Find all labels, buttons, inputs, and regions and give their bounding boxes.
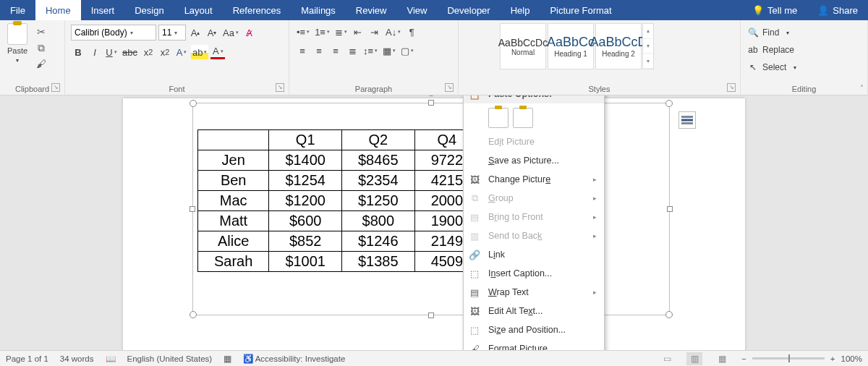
- status-words[interactable]: 34 words: [60, 354, 94, 363]
- borders-button[interactable]: ▢: [399, 43, 415, 58]
- layout-options-button[interactable]: [678, 111, 696, 129]
- resize-handle-nw[interactable]: [190, 100, 197, 107]
- tab-layout[interactable]: Layout: [174, 0, 223, 20]
- tab-view[interactable]: View: [396, 0, 437, 20]
- style-normal[interactable]: AaBbCcDcNormal: [500, 23, 546, 69]
- resize-handle-ne[interactable]: [665, 100, 673, 107]
- rotate-handle[interactable]: [425, 95, 437, 96]
- clear-formatting-button[interactable]: A̷: [242, 25, 257, 40]
- ctx-send-to-back: ▥Send to Back▸: [464, 226, 604, 245]
- find-button[interactable]: 🔍Find▾: [745, 25, 799, 41]
- tab-help[interactable]: Help: [501, 0, 540, 20]
- tell-me[interactable]: 💡Tell me: [742, 0, 807, 20]
- resize-handle-w[interactable]: [190, 206, 195, 212]
- line-spacing-button[interactable]: ↕≡: [362, 43, 379, 58]
- ctx-save-as-picture[interactable]: Save as Picture...: [464, 151, 604, 170]
- strikethrough-button[interactable]: abc: [121, 45, 139, 59]
- status-spellcheck-icon[interactable]: 📖: [106, 354, 116, 364]
- ctx-insert-caption[interactable]: ⬚Insert Caption...: [464, 264, 604, 283]
- select-button[interactable]: ↖Select▾: [745, 59, 799, 75]
- resize-handle-s[interactable]: [428, 312, 434, 318]
- tab-home[interactable]: Home: [35, 0, 81, 20]
- font-size-combo[interactable]: 11▾: [158, 25, 186, 41]
- styles-more[interactable]: ▾: [643, 54, 653, 69]
- highlight-button[interactable]: ab: [191, 45, 208, 59]
- styles-dialog-launcher[interactable]: ↘: [727, 83, 736, 92]
- resize-handle-n[interactable]: [428, 100, 434, 106]
- paragraph-dialog-launcher[interactable]: ↘: [445, 83, 454, 92]
- view-web-layout[interactable]: ▦: [714, 352, 730, 365]
- status-page[interactable]: Page 1 of 1: [6, 354, 48, 363]
- decrease-indent-button[interactable]: ⇤: [351, 25, 365, 39]
- resize-handle-sw[interactable]: [190, 311, 197, 318]
- zoom-slider[interactable]: [752, 357, 825, 359]
- tab-picture-format[interactable]: Picture Format: [540, 0, 621, 20]
- format-painter-icon[interactable]: 🖌: [35, 58, 48, 71]
- status-language[interactable]: English (United States): [127, 354, 213, 363]
- align-left-button[interactable]: ≡: [295, 43, 310, 58]
- zoom-out-button[interactable]: −: [741, 354, 746, 363]
- view-read-mode[interactable]: ▭: [659, 352, 675, 365]
- resize-handle-e[interactable]: [667, 206, 673, 212]
- zoom-in-button[interactable]: +: [830, 354, 835, 363]
- style-heading-2[interactable]: AaBbCcDHeading 2: [595, 23, 642, 69]
- increase-indent-button[interactable]: ⇥: [367, 25, 382, 39]
- tab-developer[interactable]: Developer: [437, 0, 500, 20]
- italic-button[interactable]: I: [88, 45, 102, 59]
- ctx-change-picture[interactable]: 🖼Change Picture▸: [464, 170, 604, 189]
- tab-references[interactable]: References: [223, 0, 291, 20]
- align-right-button[interactable]: ≡: [328, 43, 343, 58]
- sort-button[interactable]: A↓: [384, 25, 402, 39]
- underline-button[interactable]: U: [104, 45, 119, 59]
- shrink-font-button[interactable]: A▾: [205, 25, 219, 40]
- collapse-ribbon-button[interactable]: ˄: [860, 84, 864, 92]
- tab-design[interactable]: Design: [124, 0, 174, 20]
- change-case-button[interactable]: Aa: [221, 25, 240, 40]
- clipboard-dialog-launcher[interactable]: ↘: [51, 83, 60, 92]
- resize-handle-se[interactable]: [665, 311, 673, 318]
- multilevel-button[interactable]: ≣: [333, 25, 349, 39]
- subscript-button[interactable]: x2: [141, 45, 156, 59]
- text-effects-button[interactable]: A: [174, 45, 189, 59]
- share-button[interactable]: 👤Share: [807, 0, 868, 20]
- font-name-combo[interactable]: Calibri (Body)▾: [71, 25, 156, 41]
- status-accessibility[interactable]: ♿ Accessibility: Investigate: [243, 354, 345, 364]
- copy-icon[interactable]: ⧉: [35, 42, 48, 55]
- view-print-layout[interactable]: ▥: [686, 352, 702, 365]
- ctx-link[interactable]: 🔗Link: [464, 245, 604, 264]
- status-macros-icon[interactable]: ▦: [224, 354, 231, 364]
- ctx-bring-to-front: ▤Bring to Front▸: [464, 208, 604, 226]
- justify-button[interactable]: ≣: [345, 43, 359, 58]
- page[interactable]: Q1 Q2 Q4 Jen$1400$84659722 Ben$1254$2354…: [123, 98, 745, 350]
- grow-font-button[interactable]: A▴: [188, 25, 203, 40]
- document-area: Q1 Q2 Q4 Jen$1400$84659722 Ben$1254$2354…: [0, 95, 868, 350]
- numbering-button[interactable]: 1≡: [313, 25, 331, 39]
- ctx-size-position[interactable]: ⬚Size and Position...: [464, 320, 604, 339]
- paste-option-keep-source[interactable]: [488, 108, 509, 128]
- paste-option-picture[interactable]: [513, 108, 533, 128]
- styles-scroll-up[interactable]: ▴: [643, 24, 653, 39]
- bullets-button[interactable]: •≡: [295, 25, 311, 39]
- tab-review[interactable]: Review: [346, 0, 397, 20]
- bold-button[interactable]: B: [71, 45, 85, 59]
- show-marks-button[interactable]: ¶: [404, 25, 419, 39]
- table-row: Matt$600$8001900: [198, 211, 480, 231]
- styles-scroll-down[interactable]: ▾: [643, 39, 653, 54]
- zoom-value[interactable]: 100%: [841, 354, 862, 363]
- font-color-button[interactable]: A: [210, 45, 225, 59]
- ctx-edit-alt-text[interactable]: 🖼Edit Alt Text...: [464, 302, 604, 320]
- cut-icon[interactable]: ✂: [35, 26, 48, 39]
- shading-button[interactable]: ▦: [381, 43, 397, 58]
- superscript-button[interactable]: x2: [158, 45, 172, 59]
- tab-mailings[interactable]: Mailings: [291, 0, 346, 20]
- ctx-format-picture[interactable]: 🖌Format Picture...: [464, 339, 604, 350]
- replace-button[interactable]: abReplace: [745, 42, 799, 58]
- align-center-button[interactable]: ≡: [312, 43, 326, 58]
- ctx-wrap-text[interactable]: ▤Wrap Text▸: [464, 283, 604, 302]
- style-heading-1[interactable]: AaBbCcHeading 1: [548, 23, 594, 69]
- editing-label: Editing: [792, 85, 817, 93]
- tab-insert[interactable]: Insert: [81, 0, 125, 20]
- paste-button[interactable]: Paste▾: [7, 23, 27, 64]
- tab-file[interactable]: File: [0, 0, 35, 20]
- font-dialog-launcher[interactable]: ↘: [276, 83, 284, 92]
